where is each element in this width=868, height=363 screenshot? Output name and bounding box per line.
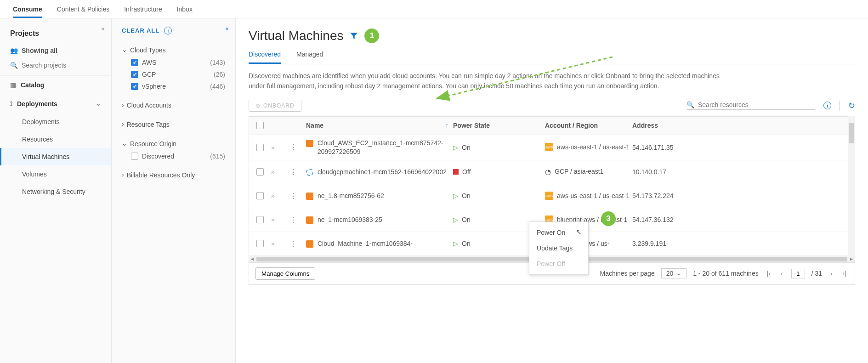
filter-resource-origin-label: Resource Origin [130, 140, 176, 147]
expand-icon[interactable]: » [271, 168, 275, 176]
row-address: 3.239.9.191 [632, 240, 855, 247]
expand-icon[interactable]: » [271, 192, 275, 199]
collapse-sidebar-icon[interactable]: « [101, 25, 105, 32]
refresh-icon[interactable]: ↻ [848, 101, 855, 111]
filter-discovered-count: (615) [210, 153, 225, 160]
subnav-virtual-machines[interactable]: Virtual Machines [0, 148, 111, 165]
subnav-volumes[interactable]: Volumes [0, 165, 111, 183]
filter-resource-tags[interactable]: ›Resource Tags [122, 118, 225, 131]
search-resources-input[interactable] [698, 101, 815, 108]
page-prev-button[interactable]: ‹ [779, 270, 785, 277]
page-first-button[interactable]: |‹ [765, 270, 772, 277]
checkbox-checked-icon: ✔ [131, 83, 138, 90]
chevron-down-icon: ⌄ [122, 46, 127, 53]
onboard-label: ONBOARD [263, 102, 295, 109]
subtab-discovered[interactable]: Discovered [249, 47, 281, 64]
table-row: »⋮ne_1.8-mcm852756-62▷Onawsaws-us-east-1… [249, 184, 855, 208]
subnav-resources[interactable]: Resources [0, 130, 111, 148]
row-checkbox[interactable] [256, 144, 264, 151]
page-last-button[interactable]: ›| [841, 270, 848, 277]
catalog-icon: ▥ [10, 81, 16, 89]
ctx-power-off[interactable]: Power Off [529, 256, 588, 272]
col-header-account[interactable]: Account / Region [545, 122, 632, 129]
nav-deployments[interactable]: ⟟Deployments⌄ [0, 94, 111, 113]
row-checkbox[interactable] [256, 192, 264, 199]
select-all-checkbox[interactable] [256, 122, 264, 129]
row-menu-button[interactable]: ⋮ [289, 240, 297, 248]
chevron-right-icon: › [122, 171, 124, 178]
row-menu-button[interactable]: ⋮ [289, 143, 297, 151]
gcp-icon [306, 169, 313, 176]
table-row: »⋮cloudgcpmachine1-mcm1562-166964022002O… [249, 160, 855, 184]
filter-discovered[interactable]: Discovered(615) [122, 150, 225, 162]
deployments-icon: ⟟ [10, 100, 12, 108]
expand-icon[interactable]: » [271, 240, 275, 247]
denied-icon: ⊘ [255, 102, 261, 109]
expand-icon[interactable]: » [271, 144, 275, 151]
row-name: ne_1.8-mcm852756-62 [318, 192, 384, 200]
aws-badge-icon: aws [545, 143, 553, 151]
power-on-icon: ▷ [453, 192, 458, 199]
filter-panel: « CLEAR ALL i ⌄Cloud Types ✔AWS(143) ✔GC… [112, 18, 236, 363]
info-icon[interactable]: i [164, 27, 172, 34]
filter-vsphere[interactable]: ✔vSphere(446) [122, 80, 225, 92]
search-icon: 🔍 [10, 62, 18, 69]
filter-cloud-types[interactable]: ⌄Cloud Types [122, 44, 225, 57]
per-page-select[interactable]: 20⌄ [661, 268, 687, 278]
manage-columns-button[interactable]: Manage Columns [255, 267, 315, 280]
subnav-deployments[interactable]: Deployments [0, 113, 111, 130]
tab-content-policies[interactable]: Content & Policies [57, 4, 109, 18]
row-account: GCP / asia-east1 [555, 167, 603, 176]
row-power: Off [462, 168, 471, 176]
clear-all-button[interactable]: CLEAR ALL [122, 27, 159, 34]
power-on-icon: ▷ [453, 240, 458, 247]
row-menu-button[interactable]: ⋮ [289, 192, 297, 200]
subtab-managed[interactable]: Managed [296, 47, 323, 64]
filter-gcp[interactable]: ✔GCP(26) [122, 68, 225, 80]
row-menu-button[interactable]: ⋮ [289, 216, 297, 224]
row-menu-button[interactable]: ⋮ [289, 168, 297, 176]
expand-icon[interactable]: » [271, 216, 275, 223]
filter-cloud-accounts[interactable]: ›Cloud Accounts [122, 99, 225, 112]
range-label: 1 - 20 of 611 machines [693, 270, 758, 277]
filter-resource-origin[interactable]: ⌄Resource Origin [122, 137, 225, 150]
scroll-right-icon: ► [848, 256, 855, 262]
row-checkbox[interactable] [256, 216, 264, 223]
filter-icon[interactable] [350, 32, 358, 40]
col-header-power[interactable]: Power State [453, 122, 545, 129]
row-address: 10.140.0.17 [632, 168, 855, 176]
checkbox-empty-icon [131, 153, 138, 160]
checkbox-checked-icon: ✔ [131, 71, 138, 78]
aws-icon [306, 240, 313, 248]
tab-inbox[interactable]: Inbox [177, 4, 193, 18]
page-input[interactable] [791, 269, 805, 278]
left-sidebar: « Projects 👥Showing all 🔍 ▥Catalog ⟟Depl… [0, 18, 112, 363]
per-page-label: Machines per page [600, 270, 655, 277]
ctx-update-tags[interactable]: Update Tags [529, 240, 588, 256]
search-projects-input[interactable] [22, 62, 101, 69]
row-address: 54.173.72.224 [632, 192, 855, 199]
row-checkbox[interactable] [256, 168, 264, 176]
cursor-icon: ↖ [576, 228, 582, 236]
top-tabs: Consume Content & Policies Infrastructur… [0, 0, 868, 18]
filter-billable[interactable]: ›Billable Resources Only [122, 169, 225, 182]
filter-aws[interactable]: ✔AWS(143) [122, 57, 225, 68]
nav-catalog[interactable]: ▥Catalog [0, 76, 111, 94]
row-checkbox[interactable] [256, 240, 264, 247]
tab-consume[interactable]: Consume [13, 4, 42, 18]
chevron-right-icon: › [122, 101, 124, 108]
projects-title: Projects [10, 29, 101, 38]
filter-aws-label: AWS [142, 59, 156, 66]
subnav-networking-security[interactable]: Networking & Security [0, 183, 111, 200]
onboard-button[interactable]: ⊘ONBOARD [249, 100, 301, 112]
col-header-address[interactable]: Address [632, 122, 855, 129]
row-name: Cloud_AWS_EC2_Instance_1-mcm875742-20992… [318, 139, 453, 156]
callout-1: 1 [364, 28, 379, 43]
scrollbar-vertical[interactable] [848, 116, 855, 256]
col-header-name[interactable]: Name [306, 122, 323, 129]
sort-asc-icon: ↑ [445, 122, 448, 129]
collapse-filters-icon[interactable]: « [225, 25, 229, 32]
info-icon[interactable]: i [823, 102, 831, 109]
page-next-button[interactable]: › [828, 270, 834, 277]
tab-infrastructure[interactable]: Infrastructure [124, 4, 162, 18]
